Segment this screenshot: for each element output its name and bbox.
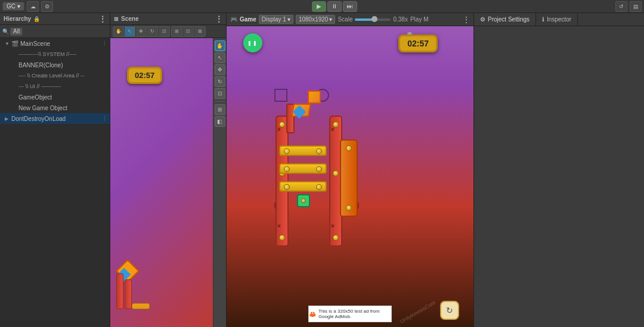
tree-item-label: ---- \\ Create Level Area // -- [18, 73, 84, 79]
pause-button[interactable]: ⏸ [327, 1, 342, 12]
hierarchy-tree: ▼ 🎬 MainScene ⋮ -----------\\ SYSTEM //-… [0, 38, 110, 327]
snap-btn[interactable]: ⊡ [183, 27, 194, 36]
tree-item-dontdestroy[interactable]: ▶ DontDestroyOnLoad ⋮ [0, 113, 110, 124]
tree-item-label: New Game Object [18, 105, 67, 111]
gear-icon: ⚙ [45, 4, 49, 10]
hand-tool[interactable]: ✋ [215, 41, 225, 51]
move-tool-btn[interactable]: ✥ [136, 27, 147, 36]
tree-item-banner[interactable]: BANNER(Clone) [0, 60, 110, 70]
grid-icon: ⊞ [114, 16, 119, 22]
pause-icon: ⏸ [332, 3, 338, 10]
circle-marker-1 [274, 89, 287, 102]
x-mark-1: × [277, 126, 281, 133]
tree-item-label: BANNER(Clone) [18, 62, 63, 68]
hand-tool-btn[interactable]: ✋ [113, 27, 124, 36]
arrow-tool[interactable]: ↖ [215, 52, 225, 63]
game-menu-icon[interactable]: ⋮ [463, 15, 470, 24]
yellow-bar-h [132, 303, 150, 309]
tree-item-ui[interactable]: --- \\ UI // ----------- [0, 81, 110, 92]
all-filter-label[interactable]: All [10, 27, 23, 36]
gc-badge[interactable]: GC ▾ [2, 2, 24, 11]
yellow-bar-h-3 [279, 181, 327, 192]
yellow-bar-h-2 [279, 163, 327, 174]
tree-item-label: DontDestroyOnLoad [11, 116, 66, 122]
tool-sidebar: ✋ ↖ ✥ ↻ ⊡ ⊞ ◧ [213, 38, 226, 327]
scale-slider-thumb[interactable] [371, 16, 377, 22]
tree-item-new-game-object[interactable]: New Game Object [0, 102, 110, 113]
gizmo-btn[interactable]: ⊠ [194, 27, 205, 36]
tree-item-label: MainScene [20, 41, 50, 47]
screw-14 [346, 205, 352, 211]
layers-button[interactable]: ▤ [630, 1, 642, 12]
scene-panel: ⊞ Scene ⋮ ✋ ↖ ✥ ↻ ⊡ ⊞ ⊡ ⊠ 02:57 [110, 13, 227, 327]
step-button[interactable]: ⏭ [343, 1, 357, 12]
scale-tool[interactable]: ⊡ [215, 88, 225, 99]
red-bar-right [125, 279, 132, 309]
dots-menu-icon[interactable]: ⋮ [102, 116, 110, 122]
layer-tool[interactable]: ◧ [215, 116, 225, 127]
screw-8 [316, 148, 322, 154]
hierarchy-menu-icon[interactable]: ⋮ [99, 15, 106, 23]
screw-5 [333, 170, 339, 176]
scale-tool-btn[interactable]: ⊡ [159, 27, 169, 36]
x-mark-4: × [331, 223, 335, 229]
screw-11 [284, 184, 290, 190]
tree-item-label: -----------\\ SYSTEM //---- [18, 51, 76, 57]
chevron-down-icon: ▾ [329, 16, 332, 23]
top-menu-bar: GC ▾ ☁ ⚙ ▶ ⏸ ⏭ ↺ ▤ [0, 0, 644, 13]
grid-tool[interactable]: ⊞ [215, 104, 225, 115]
hierarchy-header: Hierarchy 🔒 ⋮ [0, 13, 110, 25]
scene-menu-icon[interactable]: ⋮ [215, 15, 222, 23]
tree-item-mainscene[interactable]: ▼ 🎬 MainScene ⋮ [0, 38, 110, 49]
project-settings-label: Project Settings [488, 16, 530, 23]
play-button[interactable]: ▶ [312, 1, 326, 12]
screw-12 [316, 184, 322, 190]
select-tool-btn[interactable]: ↖ [125, 27, 135, 36]
search-icon: 🔍 [2, 29, 9, 35]
scale-slider-fill [355, 18, 373, 21]
scene-puzzle-preview [116, 244, 152, 315]
transform-tools: ✋ ↖ ✥ ↻ ⊡ [113, 26, 170, 37]
settings-button[interactable]: ⚙ [41, 1, 53, 12]
tree-item-label: --- \\ UI // ----------- [18, 83, 61, 89]
rotate-tool-btn[interactable]: ↻ [147, 27, 158, 36]
lock-icon: 🔒 [33, 16, 40, 22]
screw-13 [346, 145, 352, 151]
tree-item-create-level[interactable]: ---- \\ Create Level Area // -- [0, 70, 110, 81]
right-tab-bar: ⚙ Project Settings ℹ Inspector [474, 13, 644, 26]
expand-arrow: ▶ [5, 116, 10, 122]
resolution-dropdown[interactable]: 1080x1920 ▾ [296, 15, 336, 24]
tab-project-settings[interactable]: ⚙ Project Settings [474, 13, 536, 26]
expand-arrow: ▼ [5, 41, 10, 46]
playbar: ▶ ⏸ ⏭ [312, 1, 357, 12]
ad-icon: 🦀 [309, 311, 316, 317]
tree-item-gameobject[interactable]: GameObject [0, 92, 110, 102]
scale-value: 0.38x [393, 16, 407, 23]
inspector-label: Inspector [547, 16, 571, 23]
screw-9 [284, 166, 290, 172]
top-right-controls: ↺ ▤ [615, 1, 642, 12]
grid-btn[interactable]: ⊞ [172, 27, 182, 36]
cloud-button[interactable]: ☁ [27, 1, 39, 12]
undo-button[interactable]: ↺ [615, 1, 627, 12]
grid-tools: ⊞ ⊡ ⊠ [171, 26, 206, 37]
step-icon: ⏭ [347, 3, 353, 10]
x-mark-3: × [277, 223, 281, 229]
game-timer-box: 02:57 [398, 35, 438, 52]
move-tool[interactable]: ✥ [215, 64, 225, 75]
tree-item-system[interactable]: -----------\\ SYSTEM //---- [0, 49, 110, 60]
game-title: Game [240, 16, 256, 23]
scale-slider[interactable] [355, 18, 391, 21]
layers-icon: ▤ [633, 4, 639, 10]
scale-label: Scale [338, 16, 352, 23]
game-timer-value: 02:57 [407, 39, 429, 48]
display-dropdown[interactable]: Display 1 ▾ [259, 15, 293, 24]
screw-3 [279, 235, 285, 241]
undo-icon: ↺ [619, 4, 624, 10]
rotate-tool[interactable]: ↻ [215, 76, 225, 87]
scene-header: ⊞ Scene ⋮ [110, 13, 226, 25]
dots-menu-icon[interactable]: ⋮ [102, 41, 110, 46]
refresh-button-ingame[interactable]: ↻ [440, 301, 459, 320]
pause-button-ingame[interactable] [243, 33, 262, 52]
tab-inspector[interactable]: ℹ Inspector [536, 13, 578, 26]
